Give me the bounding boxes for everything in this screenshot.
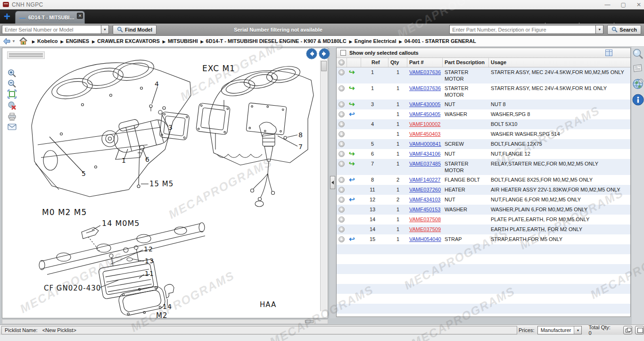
table-row[interactable]: +131VAMF450153WASHERWASHER,PLAIN 6,FOR M… [337, 205, 630, 215]
close-button[interactable]: ✕ [636, 0, 641, 9]
expand-row-icon[interactable]: + [339, 111, 345, 117]
expand-row-icon[interactable]: + [339, 207, 345, 213]
table-row[interactable]: +↪31VAMF430005NUTNUT 8 [337, 100, 630, 109]
part-number-link[interactable]: VAMF430005 [409, 101, 440, 107]
part-number-link[interactable]: VAMF140227 [409, 177, 440, 183]
part-number-link[interactable]: VAMH054040 [409, 236, 441, 242]
expand-row-icon[interactable]: + [339, 197, 345, 203]
globe-time-icon[interactable] [632, 78, 644, 89]
picklist-field[interactable]: Picklist Name: <New Picklist> [1, 326, 517, 334]
expand-row-icon[interactable]: + [339, 141, 345, 147]
return-parent-icon[interactable]: ↩ [349, 175, 355, 183]
expand-row-icon[interactable]: + [339, 236, 345, 242]
maximize-button[interactable]: ▢ [621, 0, 626, 9]
part-number-link[interactable]: VAME037260 [409, 187, 441, 192]
expand-row-icon[interactable]: + [339, 161, 345, 167]
return-parent-icon[interactable]: ↩ [349, 235, 355, 243]
table-row[interactable]: +↩82VAMF140227FLANGE BOLTBOLT,FLANGE 8X2… [337, 175, 630, 185]
table-row[interactable]: +141VAME037509EARTH PLATE,EARTH, FOR M2 … [337, 225, 630, 234]
news-document-icon[interactable] [632, 64, 644, 75]
table-row[interactable]: +111VAME037260HEATERAIR HEATER ASSY 22V-… [337, 185, 630, 195]
show-selected-callouts-checkbox[interactable] [340, 50, 346, 56]
part-number-link[interactable]: VAMF434106 [409, 151, 440, 157]
breadcrumb-model[interactable]: 6D14-T - MITSUBISHI DIESEL ENGINE - K907… [200, 38, 346, 44]
part-number-link[interactable]: VAME037636 [409, 69, 441, 75]
previous-figure-button[interactable] [306, 48, 317, 59]
home-icon[interactable] [19, 37, 27, 45]
part-number-link[interactable]: VAME037509 [409, 226, 441, 232]
goto-assembly-icon[interactable]: ↪ [349, 84, 355, 92]
collapse-panel-button[interactable] [330, 176, 335, 189]
back-history-dropdown-icon[interactable]: ▼ [12, 39, 16, 43]
expand-row-icon[interactable]: + [339, 187, 345, 193]
part-number-link[interactable]: VAMF450403 [409, 131, 440, 137]
print-icon[interactable] [8, 113, 17, 122]
return-parent-icon[interactable]: ↩ [349, 195, 355, 203]
part-number-link[interactable]: VAMF450153 [409, 207, 440, 212]
part-number-link[interactable]: VAMF450405 [409, 111, 440, 117]
prices-select[interactable]: Manufacturer ▼ [537, 326, 582, 334]
part-number-link[interactable]: VAME037485 [409, 161, 441, 166]
part-search-dropdown-icon[interactable]: ▼ [595, 25, 603, 34]
table-row[interactable]: +1VAMF450403WASHER WASHER,SPG 514 [337, 129, 630, 139]
expand-all-icon[interactable]: + [339, 59, 345, 66]
table-row[interactable]: +141VAME037508PLATE PLATE,EARTH, FOR M0,… [337, 215, 630, 225]
expand-row-icon[interactable]: + [339, 216, 345, 223]
copy-picklist-button[interactable] [623, 326, 632, 334]
breadcrumb-kobelco[interactable]: Kobelco [32, 38, 58, 44]
table-row[interactable]: +51VAMH000841SCREWBOLT,FLANGE 12X75 [337, 139, 630, 149]
breadcrumb-figure[interactable]: 04-001 - STARTER GENERAL [399, 38, 476, 44]
part-number-link[interactable]: VAME037508 [409, 216, 441, 222]
column-part[interactable]: Part # [407, 58, 443, 67]
table-row[interactable]: +↪71VAME037485STARTER MOTORRELAY,STARTER… [337, 159, 630, 175]
table-row[interactable]: +↪61VAMF434106NUTNUT,FLANGE 12 [337, 149, 630, 159]
diagram-horizontal-scrollbar[interactable] [2, 319, 328, 324]
fit-to-window-icon[interactable] [8, 90, 17, 99]
tab-6d14t[interactable]: — 6D14-T - MITSUBISH... ✕ [15, 11, 85, 24]
back-button-icon[interactable] [3, 38, 11, 45]
tab-close-icon[interactable]: ✕ [77, 13, 83, 19]
expand-row-icon[interactable]: + [339, 85, 345, 91]
search-button[interactable]: Search [607, 25, 641, 34]
model-search-input[interactable] [2, 25, 101, 34]
zoom-out-icon[interactable] [8, 79, 17, 89]
diagram-vertical-scrollbar[interactable] [320, 60, 327, 311]
expand-picklist-button[interactable] [635, 326, 644, 334]
column-usage[interactable]: Usage [489, 58, 630, 67]
goto-assembly-icon[interactable]: ↪ [349, 100, 355, 108]
new-tab-button[interactable]: + [4, 10, 10, 23]
column-ref[interactable]: Ref [361, 58, 388, 67]
next-figure-button[interactable] [319, 48, 330, 59]
breadcrumb-mitsubishi[interactable]: MITSUBISHI [163, 38, 198, 44]
part-number-link[interactable]: VAMF434103 [409, 197, 440, 202]
column-description[interactable]: Part Description [443, 58, 489, 67]
breadcrumb-engine-electrical[interactable]: Engine Electrical [349, 38, 396, 44]
goto-assembly-icon[interactable]: ↪ [349, 159, 355, 167]
expand-row-icon[interactable]: + [339, 226, 345, 233]
diagram-toolbar-grip[interactable] [7, 51, 45, 59]
diagram-horizontal-scrollbar-thumb[interactable] [305, 320, 314, 323]
expand-row-icon[interactable]: + [339, 177, 345, 183]
goto-assembly-icon[interactable]: ↪ [349, 150, 355, 158]
email-icon[interactable] [8, 124, 17, 133]
find-model-button[interactable]: Find Model [113, 25, 157, 34]
table-row[interactable]: +↪11VAME037636STARTER MOTORSTARTER ASSY,… [337, 67, 630, 83]
cancel-zoom-icon[interactable] [8, 101, 17, 110]
prices-dropdown-icon[interactable]: ▼ [574, 326, 581, 334]
table-row[interactable]: +↩1VAMF450405WASHERWASHER,SPG 8 [337, 109, 630, 119]
part-number-link[interactable]: VAMH000841 [409, 141, 441, 147]
info-icon[interactable] [632, 94, 644, 105]
expand-row-icon[interactable]: + [339, 101, 345, 108]
zoom-in-icon[interactable] [8, 69, 17, 78]
minimize-button[interactable]: — [605, 0, 611, 9]
search-parts-icon[interactable] [632, 48, 644, 59]
table-row[interactable]: +↩122VAMF434103NUTNUT,FLANGE 6,FOR M0,M2… [337, 195, 630, 205]
table-row[interactable]: +↪11VAME037636STARTER MOTORSTARTER ASSY,… [337, 83, 630, 100]
diagram-vertical-scrollbar-thumb[interactable] [321, 61, 327, 71]
model-search-dropdown-icon[interactable]: ▼ [101, 25, 109, 34]
return-parent-icon[interactable]: ↩ [349, 110, 355, 118]
expand-row-icon[interactable]: + [339, 69, 345, 75]
goto-assembly-icon[interactable]: ↪ [349, 68, 355, 76]
part-number-link[interactable]: VAMF100002 [409, 121, 440, 127]
expand-row-icon[interactable]: + [339, 121, 345, 127]
